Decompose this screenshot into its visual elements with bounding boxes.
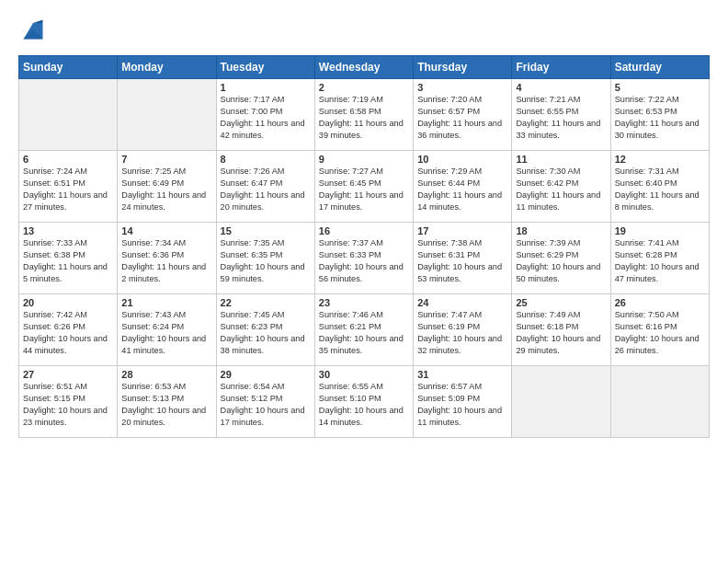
day-header-tuesday: Tuesday: [216, 56, 314, 79]
day-header-sunday: Sunday: [19, 56, 118, 79]
logo: [18, 17, 46, 46]
calendar-table: SundayMondayTuesdayWednesdayThursdayFrid…: [18, 55, 710, 438]
days-header-row: SundayMondayTuesdayWednesdayThursdayFrid…: [19, 56, 710, 79]
calendar-cell: 15Sunrise: 7:35 AMSunset: 6:35 PMDayligh…: [216, 223, 314, 294]
day-number: 14: [121, 225, 211, 236]
day-info: Sunrise: 6:57 AMSunset: 5:09 PMDaylight:…: [417, 381, 507, 429]
day-info: Sunrise: 7:26 AMSunset: 6:47 PMDaylight:…: [221, 166, 311, 213]
calendar-cell: 20Sunrise: 7:42 AMSunset: 6:26 PMDayligh…: [19, 294, 118, 366]
day-header-wednesday: Wednesday: [314, 56, 413, 79]
day-number: 3: [417, 82, 507, 93]
day-info: Sunrise: 6:54 AMSunset: 5:12 PMDaylight:…: [221, 381, 311, 429]
day-info: Sunrise: 7:45 AMSunset: 6:23 PMDaylight:…: [221, 309, 311, 357]
day-number: 23: [319, 297, 409, 308]
day-number: 15: [221, 225, 311, 236]
week-row-1: 1Sunrise: 7:17 AMSunset: 7:00 PMDaylight…: [19, 79, 710, 151]
calendar-cell: 11Sunrise: 7:30 AMSunset: 6:42 PMDayligh…: [512, 151, 610, 223]
day-info: Sunrise: 7:22 AMSunset: 6:53 PMDaylight:…: [615, 94, 705, 142]
calendar-cell: 29Sunrise: 6:54 AMSunset: 5:12 PMDayligh…: [216, 366, 314, 438]
day-number: 17: [417, 225, 507, 236]
day-info: Sunrise: 7:42 AMSunset: 6:26 PMDaylight:…: [23, 309, 113, 357]
calendar-cell: 8Sunrise: 7:26 AMSunset: 6:47 PMDaylight…: [216, 151, 314, 223]
day-info: Sunrise: 7:39 AMSunset: 6:29 PMDaylight:…: [516, 237, 606, 285]
calendar-cell: 25Sunrise: 7:49 AMSunset: 6:18 PMDayligh…: [512, 294, 610, 366]
day-info: Sunrise: 7:38 AMSunset: 6:31 PMDaylight:…: [417, 237, 507, 285]
calendar-cell: 4Sunrise: 7:21 AMSunset: 6:55 PMDaylight…: [512, 79, 610, 151]
day-info: Sunrise: 7:50 AMSunset: 6:16 PMDaylight:…: [615, 309, 705, 357]
calendar-cell: [19, 79, 118, 151]
day-number: 1: [221, 82, 311, 93]
calendar-cell: 28Sunrise: 6:53 AMSunset: 5:13 PMDayligh…: [118, 366, 216, 438]
calendar-cell: 10Sunrise: 7:29 AMSunset: 6:44 PMDayligh…: [414, 151, 512, 223]
calendar-cell: 23Sunrise: 7:46 AMSunset: 6:21 PMDayligh…: [314, 294, 413, 366]
day-number: 9: [319, 154, 409, 165]
svg-marker-1: [33, 20, 43, 24]
day-number: 5: [615, 82, 705, 93]
logo-icon: [20, 17, 46, 42]
day-number: 24: [417, 297, 507, 308]
day-number: 18: [516, 225, 606, 236]
week-row-4: 20Sunrise: 7:42 AMSunset: 6:26 PMDayligh…: [19, 294, 710, 366]
day-info: Sunrise: 7:25 AMSunset: 6:49 PMDaylight:…: [121, 166, 211, 213]
day-info: Sunrise: 7:47 AMSunset: 6:19 PMDaylight:…: [417, 309, 507, 357]
day-info: Sunrise: 7:35 AMSunset: 6:35 PMDaylight:…: [221, 237, 311, 285]
day-number: 12: [615, 154, 705, 165]
calendar-cell: 6Sunrise: 7:24 AMSunset: 6:51 PMDaylight…: [19, 151, 118, 223]
week-row-2: 6Sunrise: 7:24 AMSunset: 6:51 PMDaylight…: [19, 151, 710, 223]
day-info: Sunrise: 6:53 AMSunset: 5:13 PMDaylight:…: [121, 381, 211, 429]
calendar-cell: 7Sunrise: 7:25 AMSunset: 6:49 PMDaylight…: [118, 151, 216, 223]
day-number: 27: [23, 369, 113, 380]
calendar-cell: 30Sunrise: 6:55 AMSunset: 5:10 PMDayligh…: [314, 366, 413, 438]
day-header-thursday: Thursday: [414, 56, 512, 79]
day-info: Sunrise: 7:34 AMSunset: 6:36 PMDaylight:…: [121, 237, 211, 285]
day-info: Sunrise: 7:27 AMSunset: 6:45 PMDaylight:…: [319, 166, 409, 213]
day-number: 19: [615, 225, 705, 236]
day-info: Sunrise: 7:30 AMSunset: 6:42 PMDaylight:…: [516, 166, 606, 213]
day-number: 8: [221, 154, 311, 165]
day-number: 25: [516, 297, 606, 308]
calendar-page: SundayMondayTuesdayWednesdayThursdayFrid…: [0, 0, 728, 563]
day-number: 28: [121, 369, 211, 380]
day-number: 26: [615, 297, 705, 308]
calendar-cell: 21Sunrise: 7:43 AMSunset: 6:24 PMDayligh…: [118, 294, 216, 366]
day-info: Sunrise: 7:37 AMSunset: 6:33 PMDaylight:…: [319, 237, 409, 285]
calendar-cell: 18Sunrise: 7:39 AMSunset: 6:29 PMDayligh…: [512, 223, 610, 294]
week-row-5: 27Sunrise: 6:51 AMSunset: 5:15 PMDayligh…: [19, 366, 710, 438]
day-number: 29: [221, 369, 311, 380]
day-info: Sunrise: 7:41 AMSunset: 6:28 PMDaylight:…: [615, 237, 705, 285]
day-number: 21: [121, 297, 211, 308]
calendar-cell: 22Sunrise: 7:45 AMSunset: 6:23 PMDayligh…: [216, 294, 314, 366]
day-info: Sunrise: 7:33 AMSunset: 6:38 PMDaylight:…: [23, 237, 113, 285]
day-header-monday: Monday: [118, 56, 216, 79]
calendar-cell: 19Sunrise: 7:41 AMSunset: 6:28 PMDayligh…: [610, 223, 709, 294]
calendar-cell: 5Sunrise: 7:22 AMSunset: 6:53 PMDaylight…: [610, 79, 709, 151]
calendar-cell: 17Sunrise: 7:38 AMSunset: 6:31 PMDayligh…: [414, 223, 512, 294]
calendar-cell: [118, 79, 216, 151]
day-number: 2: [319, 82, 409, 93]
calendar-cell: 16Sunrise: 7:37 AMSunset: 6:33 PMDayligh…: [314, 223, 413, 294]
day-info: Sunrise: 7:21 AMSunset: 6:55 PMDaylight:…: [516, 94, 606, 142]
calendar-cell: [610, 366, 709, 438]
day-number: 7: [121, 154, 211, 165]
calendar-cell: 3Sunrise: 7:20 AMSunset: 6:57 PMDaylight…: [414, 79, 512, 151]
day-info: Sunrise: 7:19 AMSunset: 6:58 PMDaylight:…: [319, 94, 409, 142]
day-number: 11: [516, 154, 606, 165]
day-info: Sunrise: 7:24 AMSunset: 6:51 PMDaylight:…: [23, 166, 113, 213]
calendar-cell: 9Sunrise: 7:27 AMSunset: 6:45 PMDaylight…: [314, 151, 413, 223]
calendar-cell: 26Sunrise: 7:50 AMSunset: 6:16 PMDayligh…: [610, 294, 709, 366]
day-header-friday: Friday: [512, 56, 610, 79]
calendar-cell: 13Sunrise: 7:33 AMSunset: 6:38 PMDayligh…: [19, 223, 118, 294]
day-number: 31: [417, 369, 507, 380]
day-info: Sunrise: 7:49 AMSunset: 6:18 PMDaylight:…: [516, 309, 606, 357]
day-info: Sunrise: 7:17 AMSunset: 7:00 PMDaylight:…: [221, 94, 311, 142]
calendar-cell: 1Sunrise: 7:17 AMSunset: 7:00 PMDaylight…: [216, 79, 314, 151]
week-row-3: 13Sunrise: 7:33 AMSunset: 6:38 PMDayligh…: [19, 223, 710, 294]
day-number: 10: [417, 154, 507, 165]
calendar-cell: 24Sunrise: 7:47 AMSunset: 6:19 PMDayligh…: [414, 294, 512, 366]
day-number: 20: [23, 297, 113, 308]
calendar-cell: 12Sunrise: 7:31 AMSunset: 6:40 PMDayligh…: [610, 151, 709, 223]
day-number: 16: [319, 225, 409, 236]
day-info: Sunrise: 6:51 AMSunset: 5:15 PMDaylight:…: [23, 381, 113, 429]
day-number: 30: [319, 369, 409, 380]
day-number: 22: [221, 297, 311, 308]
